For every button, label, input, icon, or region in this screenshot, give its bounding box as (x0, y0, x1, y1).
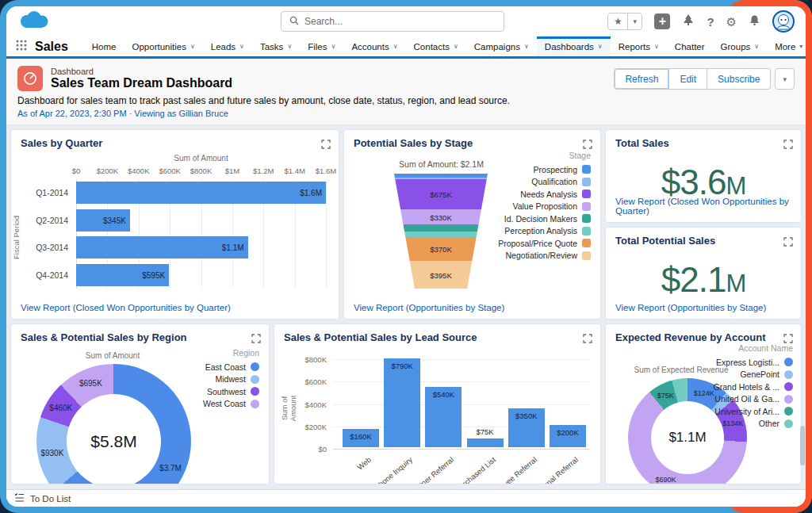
legend-item[interactable]: East Coast (203, 361, 259, 373)
tab-leads[interactable]: Leads∨ (203, 36, 252, 56)
tab-label: Files (308, 42, 327, 52)
refresh-button[interactable]: Refresh (614, 68, 669, 90)
axis-tick: $200K (97, 167, 118, 175)
todo-list-icon (14, 492, 25, 504)
view-report-link[interactable]: View Report (Closed Won Opportunities by… (615, 197, 801, 216)
edit-button[interactable]: Edit (669, 68, 707, 90)
bar[interactable]: $1.6M (76, 182, 326, 204)
tab-groups[interactable]: Groups∨ (713, 36, 768, 56)
global-add-button[interactable]: + (654, 13, 670, 29)
tab-reports[interactable]: Reports∨ (611, 36, 667, 56)
legend-item[interactable]: Negotiation/Review (498, 250, 591, 262)
bar-area: $345K (76, 209, 326, 232)
bar[interactable] (384, 358, 420, 447)
axis-tick: $200K (305, 422, 327, 431)
expand-icon[interactable] (783, 235, 793, 250)
tab-chatter[interactable]: Chatter (667, 36, 713, 56)
gear-icon[interactable]: ⚙ (726, 16, 737, 28)
subscribe-button[interactable]: Subscribe (707, 68, 771, 90)
card-title: Potential Sales by Stage (344, 130, 600, 153)
legend-item[interactable]: Qualification (498, 176, 591, 189)
y-axis-ticks: $800K$600K$400K$200K$0 (295, 359, 327, 447)
bar[interactable]: $595K (76, 264, 169, 286)
tab-opportunities[interactable]: Opportunities∨ (124, 36, 203, 56)
legend-item[interactable]: Id. Decision Makers (498, 212, 591, 225)
more-actions-caret-button[interactable]: ▾ (775, 68, 795, 90)
tab-campaigns[interactable]: Campaigns∨ (466, 36, 537, 56)
bar-value-label: $790K (391, 362, 412, 370)
card-title: Sales by Quarter (11, 130, 339, 153)
tab-contacts[interactable]: Contacts∨ (406, 36, 466, 56)
view-report-link[interactable]: View Report (Opportunities by Stage) (354, 303, 504, 312)
legend-label: East Coast (205, 362, 246, 372)
funnel-segment[interactable] (394, 224, 488, 232)
account-legend: Account NameExpress Logisti...GenePointG… (714, 343, 793, 430)
legend-swatch (784, 358, 793, 366)
legend-item[interactable]: West Coast (203, 398, 259, 411)
favorites-button[interactable]: ★ ▾ (607, 13, 642, 30)
region-donut-chart: $5.8M $3.7M$930K$460K$695K (36, 364, 191, 484)
expand-icon[interactable] (583, 332, 592, 346)
legend-item[interactable]: Proposal/Price Quote (498, 237, 591, 250)
legend-item[interactable]: Southwest (203, 385, 259, 398)
funnel-segment[interactable] (394, 232, 488, 237)
chevron-down-icon: ∨ (190, 43, 195, 50)
legend-item[interactable]: Midwest (203, 373, 259, 386)
view-report-link[interactable]: View Report (Opportunities by Stage) (615, 303, 766, 312)
axis-tick: $400K (305, 400, 327, 408)
tab-home[interactable]: Home (84, 36, 124, 56)
legend-item[interactable]: Grand Hotels & ... (714, 381, 793, 393)
guidance-center-icon[interactable] (682, 13, 695, 29)
axis-tick: $1M (225, 167, 239, 175)
tab-tasks[interactable]: Tasks∨ (252, 36, 300, 56)
expand-icon[interactable] (321, 138, 331, 152)
bar-column: $350K (508, 358, 545, 447)
bar[interactable]: $345K (76, 209, 130, 232)
search-input[interactable] (304, 16, 496, 27)
expand-icon[interactable] (783, 138, 793, 152)
bar[interactable] (467, 438, 504, 447)
tab-files[interactable]: Files∨ (300, 36, 343, 56)
dashboard-meta: As of Apr 22, 2023, 2:30 PM · Viewing as… (17, 109, 795, 118)
tab-dashboards[interactable]: Dashboards∨ (537, 36, 611, 56)
legend-item[interactable]: United Oil & Ga... (714, 393, 793, 406)
bar-value-label: $1.1M (222, 243, 244, 252)
funnel-segment[interactable]: $675K (394, 179, 488, 209)
bar[interactable]: $1.1M (76, 236, 248, 258)
view-report-link[interactable]: View Report (Closed Won Opportunities by… (21, 303, 231, 312)
tab-accounts[interactable]: Accounts∨ (343, 36, 405, 56)
legend-item[interactable]: Other (714, 418, 793, 431)
legend-swatch (251, 375, 259, 384)
funnel-segment[interactable]: $370K (394, 237, 488, 261)
scrollbar-thumb[interactable] (800, 426, 805, 465)
chevron-down-icon: ▾ (799, 43, 802, 50)
legend-item[interactable]: Value Proposition (498, 201, 591, 213)
avatar[interactable] (772, 10, 795, 33)
todo-list-label[interactable]: To Do List (30, 494, 71, 503)
legend-label: Express Logisti... (716, 358, 779, 367)
bell-icon[interactable] (749, 14, 760, 29)
legend-item[interactable]: Express Logisti... (714, 356, 793, 369)
legend-item[interactable]: University of Ari... (714, 405, 793, 418)
legend-item[interactable]: Perception Analysis (498, 225, 591, 238)
chevron-down-icon: ∨ (239, 43, 244, 50)
gridline (326, 179, 327, 289)
star-icon[interactable]: ★ (608, 13, 627, 29)
legend-label: Other (759, 419, 779, 428)
tab-label: Groups (721, 42, 751, 52)
favorites-caret-icon[interactable]: ▾ (627, 13, 642, 29)
global-search[interactable] (281, 11, 504, 32)
chart-row: Q4-2014$595K (11, 262, 326, 289)
tab-more[interactable]: More▾ (767, 36, 806, 56)
expand-icon[interactable] (251, 332, 261, 346)
legend-swatch (784, 419, 793, 428)
chevron-down-icon: ∨ (598, 43, 603, 50)
header-utility-icons: ★ ▾ + ? ⚙ (607, 10, 795, 33)
help-icon[interactable]: ? (707, 16, 714, 28)
legend-item[interactable]: GenePoint (714, 369, 793, 381)
legend-item[interactable]: Needs Analysis (498, 188, 591, 201)
app-launcher-icon[interactable] (16, 40, 27, 54)
funnel-segment[interactable]: $395K (394, 261, 488, 289)
funnel-segment[interactable]: $330K (394, 209, 488, 224)
legend-item[interactable]: Prospecting (498, 163, 591, 176)
